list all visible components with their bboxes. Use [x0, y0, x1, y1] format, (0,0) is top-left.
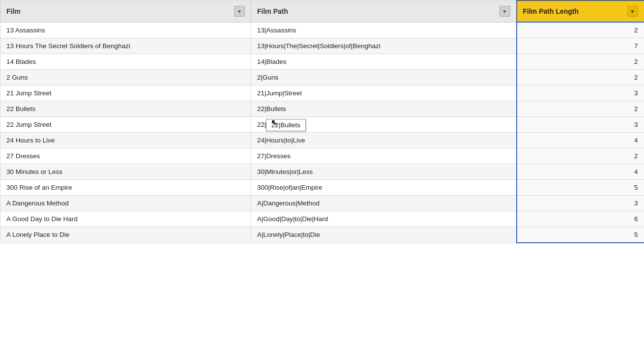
cell-film-path-length: 2 [517, 101, 644, 117]
table-row: 27 Dresses27|Dresses2 [0, 148, 644, 164]
column-label-film: Film [6, 7, 21, 15]
cell-film-path-length: 2 [517, 22, 644, 38]
cell-film: 22 Bullets [0, 101, 251, 117]
cell-film-path-length: 4 [517, 164, 644, 180]
cell-film-path: 13|Assassins [251, 22, 517, 38]
cell-film-path-length: 5 [517, 227, 644, 243]
cell-film: 14 Blades [0, 54, 251, 70]
cell-film-path: 22|J↖22|Bullets [251, 117, 517, 133]
cell-film: 13 Hours The Secret Soldiers of Benghazi [0, 38, 251, 54]
cell-film: 13 Assassins [0, 22, 251, 38]
table-row: A Dangerous MethodA|Dangerous|Method3 [0, 196, 644, 211]
cell-film-path-length: 3 [517, 117, 644, 133]
cell-film-path: 300|Rise|of|an|Empire [251, 180, 517, 196]
table-row: 13 Assassins13|Assassins2 [0, 22, 644, 38]
cell-film-path: 24|Hours|to|Live [251, 133, 517, 148]
tooltip-box: 22|Bullets [266, 119, 306, 131]
cell-film: A Dangerous Method [0, 196, 251, 211]
cell-film-path: A|Dangerous|Method [251, 196, 517, 211]
table-row: A Good Day to Die HardA|Good|Day|to|Die|… [0, 211, 644, 227]
cell-film-path: 27|Dresses [251, 148, 517, 164]
cell-film-path: 22|Bullets [251, 101, 517, 117]
table-row: 24 Hours to Live24|Hours|to|Live4 [0, 133, 644, 148]
table-header-row: Film ▼ Film Path ▼ Film Path Length ▼ [0, 0, 644, 22]
table-row: 13 Hours The Secret Soldiers of Benghazi… [0, 38, 644, 54]
table-row: 300 Rise of an Empire300|Rise|of|an|Empi… [0, 180, 644, 196]
cell-film: 2 Guns [0, 70, 251, 86]
cell-film-path-length: 6 [517, 211, 644, 227]
column-header-film-path: Film Path ▼ [251, 0, 517, 22]
filter-button-film-path[interactable]: ▼ [499, 6, 510, 17]
cell-film-path-length: 4 [517, 133, 644, 148]
cell-film-path: 13|Hours|The|Secret|Soldiers|of|Benghazi [251, 38, 517, 54]
cell-film-path-length: 5 [517, 180, 644, 196]
cell-film: 22 Jump Street [0, 117, 251, 133]
cell-film-path: 14|Blades [251, 54, 517, 70]
cell-film: 24 Hours to Live [0, 133, 251, 148]
table-row: 22 Bullets22|Bullets2 [0, 101, 644, 117]
cell-film: 27 Dresses [0, 148, 251, 164]
filter-button-film-path-length[interactable]: ▼ [627, 6, 638, 17]
cell-film-path-length: 7 [517, 38, 644, 54]
cell-film-path-length: 2 [517, 54, 644, 70]
table-row: 14 Blades14|Blades2 [0, 54, 644, 70]
table-row: 2 Guns2|Guns2 [0, 70, 644, 86]
table-row: 21 Jump Street21|Jump|Street3 [0, 86, 644, 101]
table-row: 22 Jump Street22|J↖22|Bullets3 [0, 117, 644, 133]
cell-film: A Lonely Place to Die [0, 227, 251, 243]
cell-film: 21 Jump Street [0, 86, 251, 101]
cell-film-path: 21|Jump|Street [251, 86, 517, 101]
cell-film: 30 Minutes or Less [0, 164, 251, 180]
cell-film-path: A|Lonely|Place|to|Die [251, 227, 517, 243]
column-label-film-path-length: Film Path Length [523, 7, 579, 15]
cell-film-path-length: 2 [517, 70, 644, 86]
cell-film-path-length: 2 [517, 148, 644, 164]
data-table: Film ▼ Film Path ▼ Film Path Length ▼ [0, 0, 644, 343]
cell-film-path: 2|Guns [251, 70, 517, 86]
cell-film: A Good Day to Die Hard [0, 211, 251, 227]
cell-film-path: 30|Minutes|or|Less [251, 164, 517, 180]
table-row: 30 Minutes or Less30|Minutes|or|Less4 [0, 164, 644, 180]
column-label-film-path: Film Path [257, 7, 288, 15]
cell-film-path-length: 3 [517, 196, 644, 211]
cell-film-path-length: 3 [517, 86, 644, 101]
column-header-film: Film ▼ [0, 0, 251, 22]
filter-button-film[interactable]: ▼ [234, 6, 245, 17]
table-row: A Lonely Place to DieA|Lonely|Place|to|D… [0, 227, 644, 243]
cell-film-path: A|Good|Day|to|Die|Hard [251, 211, 517, 227]
column-header-film-path-length: Film Path Length ▼ [517, 0, 644, 22]
cell-film: 300 Rise of an Empire [0, 180, 251, 196]
